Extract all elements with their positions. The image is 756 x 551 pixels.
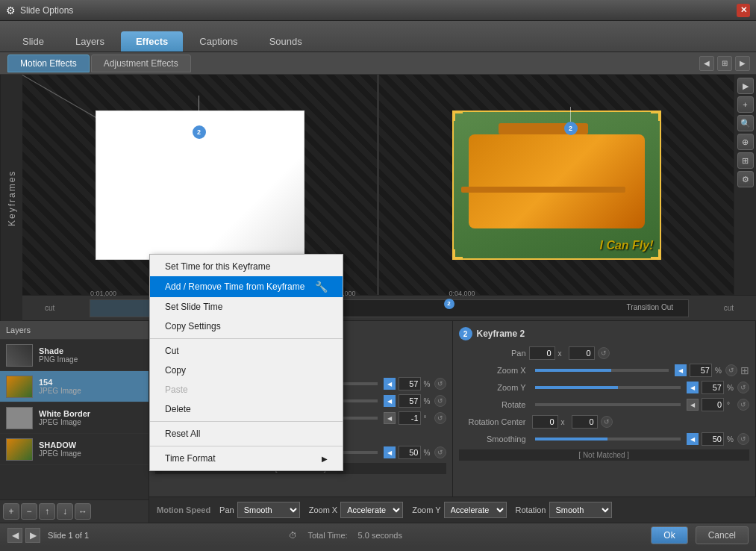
right-sidebar-controls: ▶ + 🔍 ⊕ ⊞ ⚙ xyxy=(734,75,756,295)
kf1-rotate-dec[interactable]: ◀ xyxy=(384,412,396,424)
tab-motion-effects[interactable]: Motion Effects xyxy=(7,55,90,72)
cm-set-time[interactable]: Set Time for this Keyframe xyxy=(150,257,343,276)
kf2-zoomy-dec[interactable]: ◀ xyxy=(687,382,699,393)
cm-set-slide-time[interactable]: Set Slide Time xyxy=(150,297,343,317)
cm-cut[interactable]: Cut xyxy=(150,341,343,361)
tab-captions[interactable]: Captions xyxy=(184,31,252,52)
kf2-zoomx-reset[interactable]: ↺ xyxy=(725,364,737,376)
cm-paste[interactable]: Paste xyxy=(150,380,343,399)
nav-left-btn[interactable]: ◀ xyxy=(699,56,714,71)
cm-copy[interactable]: Copy xyxy=(150,361,343,380)
list-item[interactable]: 154 JPEG Image xyxy=(0,371,149,402)
kf1-smooth-reset[interactable]: ↺ xyxy=(434,446,446,458)
layer-up-btn[interactable]: ↑ xyxy=(39,503,55,520)
kf2-zoomx-dec[interactable]: ◀ xyxy=(675,364,687,376)
zoomx-speed-select[interactable]: Accelerate Smooth Linear Decelerate xyxy=(340,502,403,518)
kf2-badge: 2 xyxy=(459,327,472,340)
layer-remove-btn[interactable]: − xyxy=(21,503,37,520)
nav-copy-btn[interactable]: ⊞ xyxy=(717,56,732,71)
close-button[interactable]: ✕ xyxy=(737,4,750,17)
nav-arrows: ◀ ▶ xyxy=(7,528,40,543)
kf2-smooth-input[interactable] xyxy=(702,432,724,446)
total-time-label: Total Time: xyxy=(307,531,347,540)
total-time-icon: ⏱ xyxy=(289,531,297,540)
kf2-rotate-row: Rotate ◀ ° ↺ xyxy=(459,398,750,411)
kf2-zoomxy-link[interactable]: ⊞ xyxy=(740,364,749,376)
kf2-pan-y-input[interactable] xyxy=(569,346,595,360)
nav-right-btn[interactable]: ▶ xyxy=(735,56,750,71)
preview-right: I Can Fly! 2 xyxy=(379,75,734,295)
kf2-rotate-reset[interactable]: ↺ xyxy=(737,399,749,411)
nav-next-btn[interactable]: ▶ xyxy=(25,528,40,543)
pan-speed-label: Pan xyxy=(219,505,234,514)
kf2-pan-reset[interactable]: ↺ xyxy=(598,347,610,359)
kf2-rotate-dec[interactable]: ◀ xyxy=(687,399,699,411)
kf2-rotate-input[interactable] xyxy=(702,398,724,411)
kf1-zoomy-reset[interactable]: ↺ xyxy=(434,395,446,407)
layer-info: White Border JPEG Image xyxy=(39,409,143,426)
kf2-smooth-row: Smoothing ◀ % ↺ xyxy=(459,432,750,446)
layer-thumb xyxy=(6,407,33,429)
cm-copy-settings[interactable]: Copy Settings xyxy=(150,317,343,336)
layer-swap-btn[interactable]: ↔ xyxy=(75,503,91,520)
total-time-value: 5.0 seconds xyxy=(358,531,402,540)
kf1-rotate-reset[interactable]: ↺ xyxy=(434,412,446,424)
kf1-zoomx-input[interactable] xyxy=(399,377,421,390)
kf1-zoomy-input[interactable] xyxy=(399,394,421,408)
cm-time-format[interactable]: Time Format ▶ xyxy=(150,449,343,468)
tab-layers[interactable]: Layers xyxy=(60,31,119,52)
kf1-rotate-input[interactable] xyxy=(399,411,421,425)
zoom-out-btn[interactable]: 🔍 xyxy=(737,115,754,131)
zoom-in-btn[interactable]: ⊕ xyxy=(737,134,754,150)
kf2-rc-row: Rotation Center x ↺ xyxy=(459,415,750,429)
kf2-rc-reset[interactable]: ↺ xyxy=(601,416,613,428)
tab-sounds[interactable]: Sounds xyxy=(254,31,317,52)
cm-reset-all[interactable]: Reset All xyxy=(150,424,343,443)
list-item[interactable]: SHADOW JPEG Image xyxy=(0,434,149,465)
kf1-smooth-dec[interactable]: ◀ xyxy=(384,446,396,458)
zoomx-speed-group: Zoom X Accelerate Smooth Linear Decelera… xyxy=(309,502,404,518)
settings-btn[interactable]: ⚙ xyxy=(737,171,754,187)
context-menu: Set Time for this Keyframe Add / Remove … xyxy=(149,254,343,471)
kf2-zoomy-reset[interactable]: ↺ xyxy=(737,382,749,393)
kf2-rc-x[interactable] xyxy=(532,415,558,429)
cm-add-remove-time[interactable]: Add / Remove Time from Keyframe 🔧 xyxy=(150,276,343,297)
cm-add-remove-icon: 🔧 xyxy=(315,281,328,293)
kf2-zoomy-input[interactable] xyxy=(702,381,724,394)
motion-speed-bar: Motion Speed Pan Smooth Linear Accelerat… xyxy=(149,496,756,523)
kf2-smooth-reset[interactable]: ↺ xyxy=(737,433,749,445)
kf1-zoomx-dec[interactable]: ◀ xyxy=(384,378,396,390)
ok-button[interactable]: Ok xyxy=(651,526,687,544)
kf2-title: 2 Keyframe 2 xyxy=(459,327,750,340)
kf2-smooth-dec[interactable]: ◀ xyxy=(687,433,699,445)
tab-adjustment-effects[interactable]: Adjustment Effects xyxy=(91,55,191,72)
tab-slide[interactable]: Slide xyxy=(7,31,59,52)
layers-header: Layers xyxy=(0,321,149,340)
kf1-zoomx-reset[interactable]: ↺ xyxy=(434,378,446,390)
fit-btn[interactable]: ⊞ xyxy=(737,152,754,169)
zoomy-speed-select[interactable]: Accelerate Smooth Linear Decelerate xyxy=(444,502,507,518)
play-btn[interactable]: ▶ xyxy=(737,78,754,94)
kf1-zoomy-dec[interactable]: ◀ xyxy=(384,395,396,407)
pan-speed-select[interactable]: Smooth Linear Accelerate Decelerate xyxy=(237,502,300,518)
add-btn[interactable]: + xyxy=(737,96,754,113)
layer-add-btn[interactable]: + xyxy=(3,503,19,520)
list-item[interactable]: Shade PNG Image xyxy=(0,340,149,371)
layer-down-btn[interactable]: ↓ xyxy=(57,503,73,520)
tab-effects[interactable]: Effects xyxy=(121,31,183,52)
kf1-smooth-input[interactable] xyxy=(399,446,421,459)
layer-info: 154 JPEG Image xyxy=(39,378,143,395)
kf2-pan-x-input[interactable] xyxy=(529,346,555,360)
cancel-button[interactable]: Cancel xyxy=(696,526,749,544)
list-item[interactable]: White Border JPEG Image xyxy=(0,402,149,434)
kf2-zoomx-input[interactable] xyxy=(690,364,712,377)
cm-delete[interactable]: Delete xyxy=(150,399,343,419)
layers-panel: Layers Shade PNG Image 154 JPEG Image xyxy=(0,321,149,523)
window-title: Slide Options xyxy=(20,5,737,16)
rotation-speed-label: Rotation xyxy=(516,505,546,514)
window-icon: ⚙ xyxy=(6,4,16,16)
nav-prev-btn[interactable]: ◀ xyxy=(7,528,22,543)
kf2-rc-y[interactable] xyxy=(572,415,598,429)
timeline-cut-right: cut xyxy=(689,304,734,312)
rotation-speed-select[interactable]: Smooth Linear Accelerate Decelerate xyxy=(549,502,612,518)
